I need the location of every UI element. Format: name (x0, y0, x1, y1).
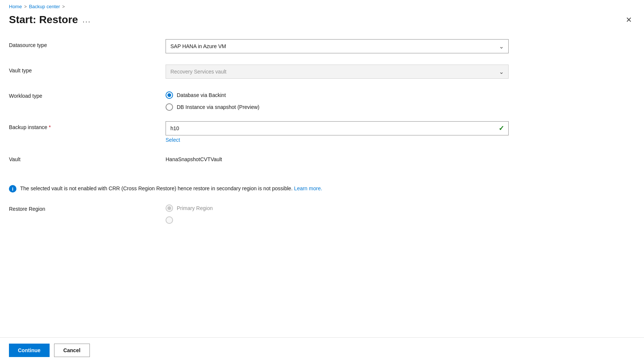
restore-region-control: Primary Region (166, 203, 635, 224)
datasource-type-control: SAP HANA in Azure VM ⌄ (166, 39, 635, 53)
vault-type-placeholder: Recovery Services vault (170, 69, 226, 75)
info-text: The selected vault is not enabled with C… (20, 185, 322, 193)
backup-instance-select-link[interactable]: Select (166, 137, 635, 143)
more-options-button[interactable]: ... (82, 16, 91, 24)
workload-radio-2[interactable] (166, 103, 173, 111)
restore-region-radio-group: Primary Region (166, 203, 635, 224)
validation-check-icon: ✓ (499, 124, 504, 132)
page-title: Start: Restore (9, 14, 78, 26)
page-header: Start: Restore ... ✕ (0, 11, 644, 32)
workload-label-1: Database via Backint (177, 92, 226, 98)
cancel-button[interactable]: Cancel (54, 344, 90, 357)
info-message: The selected vault is not enabled with C… (20, 185, 293, 191)
vault-type-control: Recovery Services vault ⌄ (166, 65, 635, 79)
breadcrumb: Home > Backup center > (0, 0, 644, 11)
content-area: Datasource type SAP HANA in Azure VM ⌄ V… (0, 32, 644, 337)
page-container: Home > Backup center > Start: Restore ..… (0, 0, 644, 363)
info-banner: i The selected vault is not enabled with… (9, 179, 635, 200)
vault-type-row: Vault type Recovery Services vault ⌄ (9, 65, 635, 79)
page-title-area: Start: Restore ... (9, 14, 91, 26)
restore-region-primary-radio (166, 204, 173, 212)
restore-region-secondary-radio (166, 216, 173, 224)
workload-label-2: DB Instance via snapshot (Preview) (177, 104, 260, 110)
restore-region-row: Restore Region Primary Region (9, 203, 635, 224)
backup-instance-input-wrapper: ✓ (166, 121, 509, 135)
restore-region-primary-label: Primary Region (177, 205, 213, 211)
required-star: * (49, 124, 51, 130)
vault-dropdown-arrow: ⌄ (499, 68, 504, 75)
datasource-type-dropdown[interactable]: SAP HANA in Azure VM ⌄ (166, 39, 509, 53)
workload-type-control: Database via Backint DB Instance via sna… (166, 90, 635, 111)
backup-instance-input[interactable] (166, 121, 509, 135)
restore-region-label: Restore Region (9, 203, 166, 212)
breadcrumb-backup-center[interactable]: Backup center (29, 4, 60, 9)
backup-instance-control: ✓ Select (166, 121, 635, 143)
close-button[interactable]: ✕ (623, 15, 635, 25)
restore-region-secondary (166, 216, 635, 224)
backup-instance-row: Backup instance * ✓ Select (9, 121, 635, 143)
continue-button[interactable]: Continue (9, 344, 50, 357)
workload-type-radio-group: Database via Backint DB Instance via sna… (166, 90, 635, 111)
breadcrumb-home[interactable]: Home (9, 4, 22, 9)
datasource-type-value: SAP HANA in Azure VM (170, 43, 226, 49)
breadcrumb-sep1: > (24, 4, 27, 9)
vault-type-label: Vault type (9, 65, 166, 73)
learn-more-link[interactable]: Learn more. (294, 185, 322, 191)
vault-type-dropdown: Recovery Services vault ⌄ (166, 65, 509, 79)
restore-region-primary: Primary Region (166, 204, 635, 212)
breadcrumb-sep2: > (62, 4, 65, 9)
datasource-dropdown-arrow: ⌄ (499, 43, 504, 50)
vault-label: Vault (9, 153, 166, 162)
workload-type-label: Workload type (9, 90, 166, 99)
workload-radio-1[interactable] (166, 91, 173, 99)
workload-option-2[interactable]: DB Instance via snapshot (Preview) (166, 103, 635, 111)
backup-instance-label: Backup instance * (9, 121, 166, 130)
workload-option-1[interactable]: Database via Backint (166, 91, 635, 99)
info-icon: i (9, 185, 16, 193)
vault-value: HanaSnapshotCVTVault (166, 153, 635, 162)
vault-control: HanaSnapshotCVTVault (166, 153, 635, 162)
datasource-type-label: Datasource type (9, 39, 166, 48)
vault-row: Vault HanaSnapshotCVTVault (9, 153, 635, 168)
datasource-type-row: Datasource type SAP HANA in Azure VM ⌄ (9, 39, 635, 54)
workload-type-row: Workload type Database via Backint DB In… (9, 90, 635, 111)
bottom-bar: Continue Cancel (0, 337, 644, 363)
